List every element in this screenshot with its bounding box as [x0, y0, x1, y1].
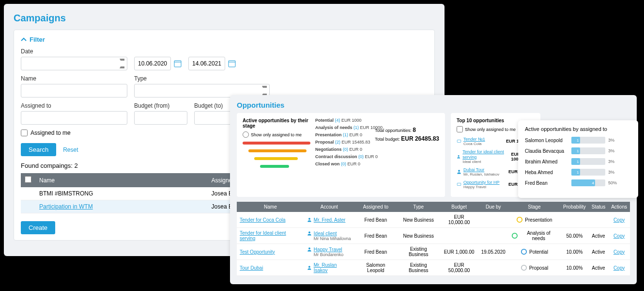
assigned-me-checkbox[interactable]	[21, 129, 28, 136]
opp-name-link[interactable]: Tour Dubai	[240, 265, 263, 271]
assigned-input[interactable]	[21, 111, 127, 125]
stages-card: Active opportunities by their stage Show…	[237, 113, 445, 197]
legend-item: Negotiations (0) EUR 0	[315, 147, 439, 152]
stage-bar	[254, 157, 298, 160]
filter-toggle[interactable]: Filter	[21, 36, 428, 43]
person-icon	[457, 169, 461, 174]
type-label: Type	[134, 75, 270, 82]
stage-bar	[260, 165, 289, 168]
opportunities-table: Name Account Assigned to Type Budget Due…	[237, 202, 630, 276]
campaigns-title: Campaigns	[14, 13, 435, 24]
stage-bar	[248, 149, 307, 152]
assigned-row: Claudia Bevacqua13%	[525, 147, 631, 154]
calendar-icon[interactable]	[228, 60, 236, 67]
opportunities-title: Opportunities	[237, 101, 630, 109]
calendar-icon[interactable]	[174, 60, 182, 67]
svg-rect-4	[457, 140, 461, 143]
opp-row[interactable]: Tour Dubai Mr. Ruslan Isakov Salomon Leo…	[237, 260, 630, 276]
account-icon	[307, 217, 312, 222]
assigned-me-label: Assigned to me	[31, 129, 71, 136]
show-only-radio[interactable]	[243, 131, 249, 138]
name-input[interactable]	[21, 84, 127, 97]
copy-link[interactable]: Copy	[613, 217, 625, 223]
svg-point-15	[521, 265, 526, 271]
date-from-input[interactable]	[134, 57, 171, 70]
col-name[interactable]: Name	[35, 173, 208, 187]
assigned-row: Heba Ahmed13%	[525, 169, 631, 176]
stage-icon	[521, 248, 527, 255]
svg-point-13	[521, 249, 527, 255]
assigned-label: Assigned to	[21, 102, 127, 109]
svg-point-12	[308, 247, 310, 249]
stage-icon	[511, 232, 518, 239]
legend-item: Closed won (0) EUR 0	[315, 162, 439, 166]
select-all-checkbox[interactable]	[25, 176, 31, 183]
assigned-title: Active opportunities by assigned to	[525, 126, 631, 132]
assigned-row: Ibrahim Ahmed13%	[525, 158, 631, 165]
totals: Total opportunities: 8 Total budget: EUR…	[375, 127, 439, 142]
account-icon	[307, 247, 312, 252]
svg-point-14	[308, 266, 310, 268]
svg-point-5	[458, 155, 460, 156]
link-icon	[457, 182, 461, 187]
assigned-row: Fred Bean450%	[525, 179, 631, 186]
reset-link[interactable]: Reset	[63, 146, 78, 153]
svg-point-6	[458, 170, 460, 172]
top10-show-only-checkbox[interactable]	[457, 126, 463, 132]
opp-name-link[interactable]: Tender for Ideal client serving	[240, 230, 286, 241]
stage-bar	[243, 142, 310, 145]
stages-title: Active opportunities by their stage	[243, 118, 310, 129]
search-button[interactable]: Search	[21, 143, 56, 156]
budgetfrom-label: Budget (from)	[134, 102, 187, 109]
opp-row[interactable]: Test Opportunity Happy TravelMr Bondaren…	[237, 244, 630, 260]
date-label: Date	[21, 48, 127, 55]
filter-label: Filter	[30, 36, 45, 43]
svg-point-9	[517, 217, 522, 223]
assigned-row: Salomon Leopold13%	[525, 137, 631, 144]
svg-point-8	[308, 218, 310, 220]
svg-rect-7	[457, 183, 461, 186]
legend-item: Contract discussion (0) EUR 0	[315, 154, 439, 159]
opp-name-link[interactable]: Tender for Coca Cola	[240, 217, 286, 223]
budget-from-input[interactable]	[134, 111, 187, 125]
create-button[interactable]: Create	[21, 221, 55, 234]
account-icon	[307, 231, 312, 236]
svg-rect-2	[229, 61, 235, 67]
opp-name-link[interactable]: Test Opportunity	[240, 249, 275, 255]
copy-link[interactable]: Copy	[613, 249, 625, 255]
copy-link[interactable]: Copy	[613, 233, 625, 239]
name-label: Name	[21, 75, 127, 82]
legend-item: Potential (4) EUR 1000	[315, 118, 439, 123]
opp-row[interactable]: Tender for Ideal client serving Ideal cl…	[237, 228, 630, 244]
chevron-up-icon	[21, 37, 27, 43]
copy-link[interactable]: Copy	[613, 265, 625, 271]
date-sort-select[interactable]	[21, 57, 127, 70]
account-icon	[307, 265, 312, 270]
person-icon	[457, 154, 460, 159]
assigned-card: Active opportunities by assigned to Salo…	[518, 120, 638, 198]
svg-rect-0	[174, 61, 181, 67]
opp-row[interactable]: Tender for Coca Cola Mr. Fred. Aster Fre…	[237, 212, 630, 228]
campaign-link[interactable]: Participation in WTM	[39, 203, 93, 210]
date-to-input[interactable]	[188, 57, 225, 70]
stage-icon	[521, 264, 527, 271]
link-icon	[457, 139, 461, 144]
stage-icon	[516, 216, 523, 223]
svg-point-10	[308, 231, 310, 233]
svg-point-11	[512, 233, 517, 238]
